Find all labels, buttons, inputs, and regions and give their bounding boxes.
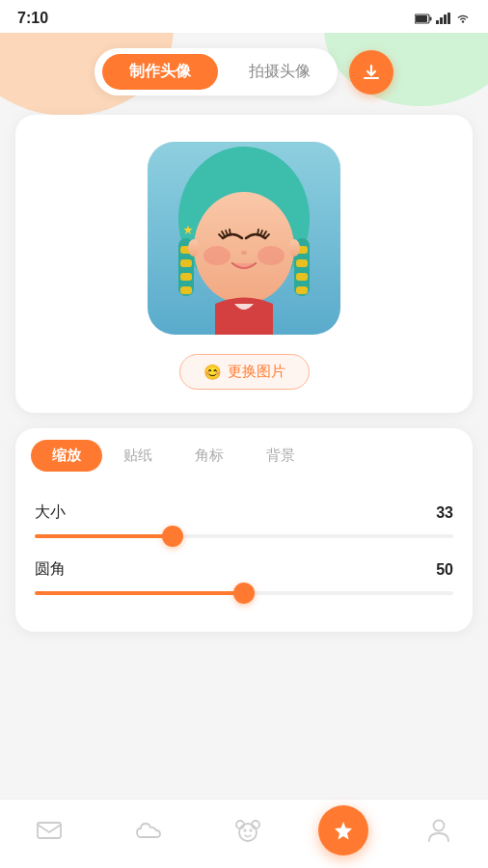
radius-value: 50 xyxy=(436,561,453,579)
header-tabs: 制作头像 拍摄头像 xyxy=(95,48,338,95)
svg-rect-27 xyxy=(38,823,61,838)
svg-rect-5 xyxy=(444,14,447,24)
radius-slider-track xyxy=(35,591,453,595)
download-button[interactable] xyxy=(349,50,393,95)
cloud-icon xyxy=(135,820,162,841)
svg-rect-19 xyxy=(296,286,308,294)
svg-point-23 xyxy=(241,251,247,255)
size-slider-track-wrap[interactable] xyxy=(35,527,453,546)
avatar-image xyxy=(148,142,340,335)
change-img-label: 更换图片 xyxy=(228,363,285,381)
nav-item-cloud[interactable] xyxy=(120,806,177,854)
svg-rect-14 xyxy=(180,286,192,294)
tab-take-photo[interactable]: 拍摄头像 xyxy=(230,54,330,90)
bottom-nav xyxy=(0,799,488,868)
size-slider-thumb[interactable] xyxy=(162,526,183,547)
main-card: 😊 更换图片 xyxy=(15,115,473,413)
battery-icon xyxy=(415,13,432,24)
size-slider-row: 大小 33 xyxy=(35,502,453,523)
tab-make-avatar[interactable]: 制作头像 xyxy=(102,54,218,90)
svg-point-24 xyxy=(188,239,200,257)
status-icons xyxy=(415,13,471,24)
bear-icon xyxy=(235,818,260,843)
nav-item-bear[interactable] xyxy=(219,806,277,854)
svg-rect-18 xyxy=(296,273,308,281)
svg-rect-17 xyxy=(296,259,308,267)
status-bar: 7:10 xyxy=(0,0,488,33)
change-image-button[interactable]: 😊 更换图片 xyxy=(179,354,310,390)
svg-rect-6 xyxy=(447,13,450,24)
tools-section: 缩放 贴纸 角标 背景 大小 33 圆角 50 xyxy=(15,428,473,632)
header: 制作头像 拍摄头像 xyxy=(0,33,488,115)
radius-slider-thumb[interactable] xyxy=(233,583,255,604)
tool-tabs: 缩放 贴纸 角标 背景 xyxy=(15,428,473,479)
download-icon xyxy=(362,63,381,82)
size-value: 33 xyxy=(436,504,453,522)
profile-icon xyxy=(427,818,450,843)
wifi-icon xyxy=(455,13,471,24)
svg-rect-12 xyxy=(180,259,192,267)
size-slider-track xyxy=(35,534,453,538)
size-slider-fill xyxy=(35,534,173,538)
svg-point-21 xyxy=(203,246,230,265)
tool-tab-zoom[interactable]: 缩放 xyxy=(31,440,102,472)
nav-center-button[interactable] xyxy=(318,805,368,855)
signal-icon xyxy=(436,13,451,24)
radius-slider-row: 圆角 50 xyxy=(35,559,453,580)
svg-rect-13 xyxy=(180,273,192,281)
tool-tab-sticker[interactable]: 贴纸 xyxy=(102,440,174,472)
svg-point-22 xyxy=(258,246,285,265)
svg-point-7 xyxy=(462,20,464,22)
svg-rect-4 xyxy=(440,17,443,24)
radius-label: 圆角 xyxy=(35,559,66,580)
tool-tab-badge[interactable]: 角标 xyxy=(174,440,245,472)
svg-point-25 xyxy=(288,239,300,257)
svg-point-32 xyxy=(249,828,252,831)
svg-rect-2 xyxy=(416,15,427,22)
change-img-icon: 😊 xyxy=(203,364,222,381)
size-label: 大小 xyxy=(35,502,66,523)
svg-rect-3 xyxy=(436,20,439,24)
svg-point-28 xyxy=(239,824,257,841)
mail-icon xyxy=(37,820,62,841)
nav-item-mail[interactable] xyxy=(20,806,78,854)
status-time: 7:10 xyxy=(17,10,48,27)
tool-tab-background[interactable]: 背景 xyxy=(245,440,316,472)
svg-rect-1 xyxy=(430,17,432,21)
avatar-container xyxy=(148,142,340,335)
radius-slider-fill xyxy=(35,591,244,595)
svg-point-31 xyxy=(243,828,246,831)
center-nav-icon xyxy=(333,820,354,841)
slider-section: 大小 33 圆角 50 xyxy=(15,479,473,603)
svg-point-33 xyxy=(433,820,444,830)
nav-item-profile[interactable] xyxy=(410,806,468,854)
radius-slider-track-wrap[interactable] xyxy=(35,583,453,603)
